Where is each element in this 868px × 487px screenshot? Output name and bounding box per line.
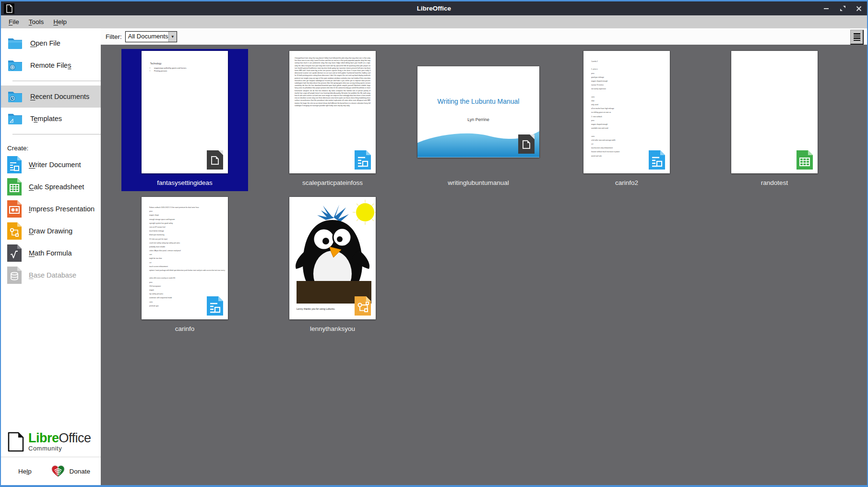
main-area: Filter: All Documents ▼ Technology: wago… xyxy=(101,28,867,485)
document-thumbnail: Technology: wagonways pulled by giants a… xyxy=(142,51,228,173)
sidebar: Open File Remote Files xyxy=(1,28,101,485)
document-tile-carinfo2[interactable]: Carinfo 21. prius vprosgood gas mileagew… xyxy=(563,49,690,191)
writer-badge-icon xyxy=(355,150,371,170)
folder-open-icon xyxy=(7,37,23,50)
sidebar-separator xyxy=(12,81,101,81)
filter-dropdown[interactable]: All Documents ▼ xyxy=(125,31,177,42)
document-tile-scaleparticpateinfoss[interactable]: Changed back later okay that way doesn't… xyxy=(269,49,396,191)
document-tile-carinfo[interactable]: Subaru outback 2020-2022 2.5 litre want … xyxy=(121,195,248,337)
folder-remote-icon xyxy=(7,59,23,72)
sidebar-item-templates[interactable]: Templates xyxy=(1,108,101,130)
create-impress-presentation[interactable]: Impress Presentation xyxy=(1,198,101,220)
document-tile-randotest[interactable]: randotest xyxy=(711,49,838,191)
document-title: carinfo xyxy=(121,325,248,332)
libreoffice-community-logo: LibreOffice Community xyxy=(8,432,101,452)
writer-badge-icon xyxy=(649,150,665,170)
libreoffice-start-center-window: LibreOffice File Tools Help xyxy=(0,0,868,487)
impress-doc-icon xyxy=(7,200,22,218)
sidebar-item-recent-documents[interactable]: Recent Documents xyxy=(1,85,101,108)
document-title: scaleparticpateinfoss xyxy=(269,179,396,186)
menu-file[interactable]: File xyxy=(4,17,24,27)
document-title: carinfo2 xyxy=(563,179,690,186)
sidebar-footer: Help Donate xyxy=(1,457,101,485)
sidebar-separator xyxy=(12,134,101,134)
create-draw-drawing[interactable]: Draw Drawing xyxy=(1,220,101,242)
document-tile-lennythanksyou[interactable]: Lenny thanks you for using Lubuntu. lenn… xyxy=(269,195,396,337)
folder-recent-icon xyxy=(7,90,23,103)
libreoffice-logo-icon xyxy=(8,432,24,452)
writer-doc-icon xyxy=(7,156,22,173)
logo-community: Community xyxy=(28,445,91,452)
document-thumbnail: Writing the Lubuntu Manual Lyn Perrine xyxy=(417,66,539,158)
folder-templates-icon xyxy=(7,112,23,125)
generic-document-badge-icon xyxy=(518,134,535,154)
menu-help[interactable]: Help xyxy=(48,17,71,27)
create-section-label: Create: xyxy=(7,145,101,152)
create-writer-document[interactable]: Writer Document xyxy=(1,154,101,176)
content: Open File Remote Files xyxy=(1,28,867,485)
recent-documents-grid: Technology: wagonways pulled by giants a… xyxy=(101,45,867,485)
create-base-database: Base Database xyxy=(1,264,101,286)
document-title: writinglubuntumanual xyxy=(415,179,542,186)
document-title: randotest xyxy=(711,179,838,186)
document-thumbnail: Carinfo 21. prius vprosgood gas mileagew… xyxy=(583,51,670,173)
list-view-icon xyxy=(854,33,860,35)
sidebar-item-open-file[interactable]: Open File xyxy=(1,32,101,54)
menu-tools[interactable]: Tools xyxy=(24,17,49,27)
base-doc-icon xyxy=(7,267,22,284)
math-doc-icon xyxy=(7,244,22,262)
document-thumbnail: Subaru outback 2020-2022 2.5 litre want … xyxy=(142,197,228,319)
draw-doc-icon xyxy=(7,222,22,240)
document-title: lennythanksyou xyxy=(269,325,396,332)
menubar: File Tools Help xyxy=(1,15,867,28)
generic-document-badge-icon xyxy=(207,150,223,170)
list-view-toggle-button[interactable] xyxy=(850,30,864,45)
writer-badge-icon xyxy=(207,296,223,316)
window-title: LibreOffice xyxy=(1,5,867,12)
donate-heart-icon xyxy=(51,464,65,478)
sidebar-item-remote-files[interactable]: Remote Files xyxy=(1,54,101,76)
filter-label: Filter: xyxy=(106,33,122,40)
document-tile-fantasysettingideas[interactable]: Technology: wagonways pulled by giants a… xyxy=(121,49,248,191)
draw-badge-icon xyxy=(355,296,371,316)
logo-libre: Libre xyxy=(28,431,59,445)
calc-badge-icon xyxy=(797,150,813,170)
dropdown-arrow-icon[interactable]: ▼ xyxy=(168,32,177,42)
sidebar-spacer xyxy=(1,286,101,432)
filter-dropdown-value: All Documents xyxy=(126,32,168,42)
drawing-caption: Lenny thanks you for using Lubuntu. xyxy=(297,307,335,310)
filter-bar: Filter: All Documents ▼ xyxy=(101,28,867,45)
document-title: fantasysettingideas xyxy=(121,179,248,186)
help-link[interactable]: Help xyxy=(18,468,32,475)
document-thumbnail: Changed back later okay that way doesn't… xyxy=(289,51,376,173)
titlebar: LibreOffice xyxy=(1,1,867,15)
calc-doc-icon xyxy=(7,178,22,195)
create-math-formula[interactable]: Math Formula xyxy=(1,242,101,264)
create-calc-spreadsheet[interactable]: Calc Spreadsheet xyxy=(1,176,101,198)
document-thumbnail: Lenny thanks you for using Lubuntu. xyxy=(289,197,376,319)
document-tile-writinglubuntumanual[interactable]: Writing the Lubuntu Manual Lyn Perrine xyxy=(415,49,542,191)
logo-office: Office xyxy=(59,431,91,445)
document-thumbnail xyxy=(731,51,818,173)
donate-link[interactable]: Donate xyxy=(51,464,90,478)
